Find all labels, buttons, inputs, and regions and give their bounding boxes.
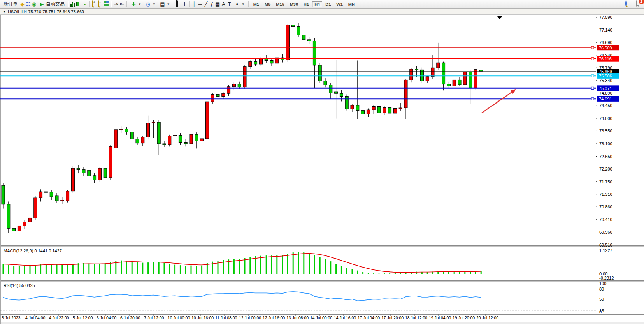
candle	[227, 85, 230, 96]
horizontal-line-tool-icon[interactable]: ─	[197, 1, 203, 7]
fibonacci-tool-icon[interactable]: ƒ	[209, 1, 215, 7]
signals-icon[interactable]: ◉	[31, 1, 37, 7]
candle	[34, 196, 37, 220]
candle	[249, 60, 252, 69]
candle	[367, 109, 370, 117]
date-label: 13 Jul 08:00	[286, 315, 309, 320]
candle	[302, 32, 305, 42]
candle	[23, 220, 26, 229]
chart-area[interactable]: MACD(12,26,9) 0.1441 0.1427 RSI(14) 55.0…	[0, 15, 644, 324]
price-tick-label: 77.590	[599, 15, 612, 19]
data-window-icon[interactable]: ☷	[25, 1, 31, 7]
text-label-tool-icon[interactable]: T	[226, 1, 232, 7]
candle	[200, 136, 204, 148]
vertical-line-tool-icon[interactable]: │	[191, 1, 197, 7]
candle	[147, 116, 150, 140]
date-label: 4 Jul 22:00	[49, 315, 69, 320]
hlines-layer[interactable]	[0, 46, 596, 100]
candle	[104, 166, 107, 213]
line-handle	[591, 75, 594, 77]
candlestick-chart-type-icon[interactable]	[76, 1, 82, 7]
grid-tool-icon[interactable]: ▦	[215, 1, 221, 7]
candle	[222, 92, 225, 99]
timeframe-m15[interactable]: M15	[274, 1, 286, 7]
cursor-tool-icon[interactable]	[176, 1, 182, 7]
candle	[61, 197, 64, 204]
new-order-label: 新订单	[4, 1, 18, 7]
search-icon[interactable]	[625, 1, 631, 7]
candle	[458, 77, 461, 86]
candle	[265, 55, 268, 63]
date-label: 5 Jul 12:00	[73, 315, 93, 320]
macd-scale-max: 1.1227	[599, 248, 612, 253]
toolbar-separator	[174, 1, 174, 7]
line-handle	[591, 87, 594, 89]
text-tool-icon[interactable]: A	[221, 1, 226, 7]
timeframe-h1[interactable]: H1	[301, 1, 311, 7]
candle	[179, 133, 182, 145]
candle	[168, 135, 171, 146]
auto-trading-icon: ▶	[39, 1, 45, 7]
rsi-scale-label: 100	[599, 281, 606, 286]
date-label: 10 Jul 00:00	[168, 315, 190, 320]
chart-shift-icon[interactable]: ⇤	[119, 1, 125, 7]
candle	[335, 60, 338, 118]
auto-scroll-icon[interactable]: ⇥	[113, 1, 119, 7]
candle	[55, 193, 58, 203]
timeframe-mn[interactable]: MN	[346, 1, 357, 7]
template-button[interactable]: ▤▼	[158, 0, 172, 8]
svg-text:75.506: 75.506	[599, 74, 612, 78]
rsi-scale-label: 0	[599, 310, 602, 314]
arrow-annotation[interactable]	[482, 89, 516, 113]
notifications-icon[interactable]: 1	[636, 1, 642, 7]
chart-canvas[interactable]: 77.59077.14076.69076.24075.79075.34074.8…	[0, 15, 644, 324]
macd-scale-min: -0.2312	[599, 276, 614, 280]
date-label: 14 Jul 16:00	[334, 315, 356, 320]
period-button[interactable]: ◷▼	[143, 0, 158, 8]
main-toolbar: 新订单 ◆ ☷ ◉ ▶ 自动交易 ⌁ + − ⇥ ⇤ ✚▼ ◷▼ ▤▼ ✛ │ …	[0, 0, 644, 9]
window-collapse-icon[interactable]: ▼	[3, 10, 6, 14]
bar-chart-type-icon[interactable]	[70, 2, 76, 7]
candle	[88, 168, 91, 178]
candle	[136, 137, 139, 145]
arrows-tool-button[interactable]: ✦▼	[232, 0, 247, 8]
candle	[125, 127, 128, 135]
zoom-out-icon[interactable]: −	[98, 1, 104, 7]
auto-trading-button[interactable]: ▶ 自动交易	[37, 0, 67, 8]
crosshair-tool-icon[interactable]: ✛	[182, 1, 188, 7]
date-label: 12 Jul 00:00	[239, 315, 261, 320]
candle	[286, 24, 289, 62]
svg-text:76.116: 76.116	[599, 56, 612, 61]
date-label: 20 Jul 12:00	[476, 315, 498, 320]
toolbar-separator	[126, 1, 127, 7]
date-label: 6 Jul 04:00	[97, 315, 117, 320]
timeframe-d1[interactable]: D1	[323, 1, 333, 7]
chart-window-titlebar: ▼ USOil-,H4 75.710 75.751 75.648 75.669	[0, 9, 644, 15]
date-label: 19 Jul 20:00	[453, 315, 475, 320]
timeframe-m1[interactable]: M1	[251, 1, 261, 7]
date-label: 3 Jul 2023	[2, 315, 21, 320]
candle	[259, 57, 262, 66]
timeframe-h4[interactable]: H4	[312, 1, 322, 7]
line-chart-type-icon[interactable]: ⌁	[82, 1, 88, 7]
price-tick-label: 71.750	[599, 180, 612, 184]
price-tick-label: 74.450	[599, 103, 612, 108]
add-indicator-button[interactable]: ✚▼	[129, 0, 143, 8]
macd-indicator-label: MACD(12,26,9) 0.1441 0.1427	[4, 248, 62, 253]
candle	[50, 190, 53, 200]
candle	[216, 92, 219, 99]
timeframe-w1[interactable]: W1	[334, 1, 345, 7]
market-watch-icon[interactable]: ◆	[19, 1, 25, 7]
zoom-in-icon[interactable]: +	[92, 1, 98, 7]
rsi-scale-label: 50	[599, 297, 604, 301]
tile-windows-icon[interactable]	[104, 1, 109, 7]
new-order-button[interactable]: 新订单	[2, 0, 19, 8]
price-tag: 75.506	[597, 73, 619, 79]
timeframe-m30[interactable]: M30	[288, 1, 300, 7]
candle	[12, 225, 16, 235]
timeframe-m5[interactable]: M5	[262, 1, 273, 7]
candle	[205, 101, 209, 140]
price-tick-label: 73.100	[599, 141, 612, 146]
macd-panel: 1.12270.00-0.2312	[3, 248, 614, 280]
trendline-tool-icon[interactable]: ╱	[203, 1, 209, 7]
